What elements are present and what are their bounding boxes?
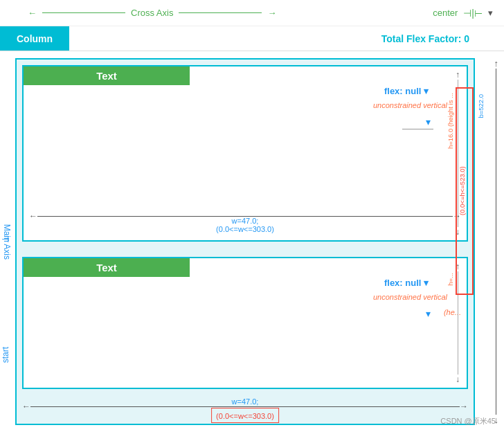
widget-box-1: Text flex: null ▾ unconstrained vertical… [22, 65, 468, 242]
arrow-left-icon: ← [28, 8, 37, 18]
arrow-right-icon: → [267, 8, 276, 18]
flex-null-1[interactable]: flex: null ▾ [384, 86, 429, 96]
widget2-text-bar: Text [24, 258, 190, 277]
bottom-w-labels: w=47.0; (0.0<=w<=303.0) [211, 395, 279, 423]
axis-line [42, 12, 125, 14]
h-constraint-text: (0.0<=h<=523.0) [457, 89, 467, 294]
b-value-label: b=522.0 [477, 94, 485, 118]
header-row: Column Total Flex Factor: 0 [0, 26, 504, 51]
unconstrained-2: unconstrained vertical [373, 293, 447, 301]
start-label: start [1, 347, 10, 363]
cross-axis-label: ← Cross Axis → [28, 8, 276, 18]
far-right-v-arrow: ↑ ↓ [494, 58, 499, 425]
top-bar: ← Cross Axis → center ⊣|⊢ ▾ [0, 0, 504, 26]
widget-box-2: Text flex: null ▾ unconstrained vertical… [22, 257, 468, 389]
dropdown-icon[interactable]: ▾ [488, 8, 493, 18]
flex-null-2[interactable]: flex: null ▾ [384, 278, 429, 288]
cross-axis-text: Cross Axis [131, 8, 173, 18]
dropdown-1-icon[interactable]: ▾ [426, 116, 431, 127]
axis-line-2 [179, 12, 262, 14]
total-flex-factor: Total Flex Factor: 0 [69, 33, 504, 44]
widget1-text-bar: Text [24, 66, 190, 85]
center-icon: ⊣|⊢ [463, 8, 483, 19]
outer-column-box: Text flex: null ▾ unconstrained vertical… [15, 58, 475, 425]
center-indicator-icon: ⊣ [1, 234, 9, 244]
center-text: center [433, 8, 458, 18]
h-value-label-1: h=16.0 (height is ... [447, 93, 454, 149]
dropdown-2-icon[interactable]: ▾ [426, 308, 431, 319]
h-constraint-box: (0.0<=h<=523.0) [456, 87, 474, 295]
h-line-1 [402, 129, 433, 129]
unconstrained-1: unconstrained vertical [373, 101, 447, 109]
watermark: CSDN @原米45 [440, 416, 496, 426]
column-tab[interactable]: Column [0, 26, 69, 51]
width-label-1: w=47.0; (0.0<=w<=303.0) [216, 217, 274, 233]
h-value-label-2: h=... [447, 273, 454, 286]
